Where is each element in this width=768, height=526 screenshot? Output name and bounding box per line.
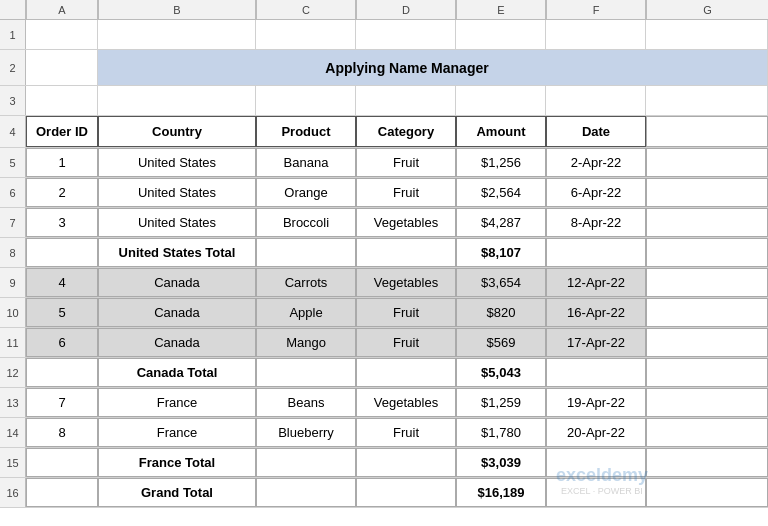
cell-1b[interactable] bbox=[26, 20, 98, 49]
cell-12-category[interactable] bbox=[356, 358, 456, 387]
cell-12-amount[interactable]: $5,043 bbox=[456, 358, 546, 387]
cell-6-country[interactable]: United States bbox=[98, 178, 256, 207]
cell-6-amount[interactable]: $2,564 bbox=[456, 178, 546, 207]
cell-15-extra[interactable] bbox=[646, 448, 768, 477]
cell-15-category[interactable] bbox=[356, 448, 456, 477]
cell-14-country[interactable]: France bbox=[98, 418, 256, 447]
cell-6-orderid[interactable]: 2 bbox=[26, 178, 98, 207]
cell-12-extra[interactable] bbox=[646, 358, 768, 387]
cell-11-orderid[interactable]: 6 bbox=[26, 328, 98, 357]
cell-1h[interactable] bbox=[646, 20, 768, 49]
cell-6-date[interactable]: 6-Apr-22 bbox=[546, 178, 646, 207]
cell-13-category[interactable]: Vegetables bbox=[356, 388, 456, 417]
cell-11-country[interactable]: Canada bbox=[98, 328, 256, 357]
cell-3g[interactable] bbox=[546, 86, 646, 115]
cell-7-date[interactable]: 8-Apr-22 bbox=[546, 208, 646, 237]
cell-11-date[interactable]: 17-Apr-22 bbox=[546, 328, 646, 357]
cell-12-date[interactable] bbox=[546, 358, 646, 387]
cell-3c[interactable] bbox=[98, 86, 256, 115]
cell-16-category[interactable] bbox=[356, 478, 456, 507]
cell-14-category[interactable]: Fruit bbox=[356, 418, 456, 447]
cell-13-orderid[interactable]: 7 bbox=[26, 388, 98, 417]
row-4-header: 4 Order ID Country Product Category Amou… bbox=[0, 116, 768, 148]
cell-6-category[interactable]: Fruit bbox=[356, 178, 456, 207]
cell-12-country[interactable]: Canada Total bbox=[98, 358, 256, 387]
cell-3b[interactable] bbox=[26, 86, 98, 115]
cell-5-orderid[interactable]: 1 bbox=[26, 148, 98, 177]
cell-2b[interactable] bbox=[26, 50, 98, 85]
cell-10-amount[interactable]: $820 bbox=[456, 298, 546, 327]
cell-5-amount[interactable]: $1,256 bbox=[456, 148, 546, 177]
cell-16-product[interactable] bbox=[256, 478, 356, 507]
cell-3h[interactable] bbox=[646, 86, 768, 115]
cell-11-product[interactable]: Mango bbox=[256, 328, 356, 357]
cell-5-date[interactable]: 2-Apr-22 bbox=[546, 148, 646, 177]
cell-1g[interactable] bbox=[546, 20, 646, 49]
cell-8-orderid[interactable] bbox=[26, 238, 98, 267]
cell-6-extra[interactable] bbox=[646, 178, 768, 207]
cell-14-product[interactable]: Blueberry bbox=[256, 418, 356, 447]
cell-11-extra[interactable] bbox=[646, 328, 768, 357]
cell-3f[interactable] bbox=[456, 86, 546, 115]
cell-11-category[interactable]: Fruit bbox=[356, 328, 456, 357]
cell-1c[interactable] bbox=[98, 20, 256, 49]
cell-16-amount[interactable]: $16,189 bbox=[456, 478, 546, 507]
cell-8-extra[interactable] bbox=[646, 238, 768, 267]
cell-8-country[interactable]: United States Total bbox=[98, 238, 256, 267]
cell-3d[interactable] bbox=[256, 86, 356, 115]
cell-7-category[interactable]: Vegetables bbox=[356, 208, 456, 237]
cell-7-product[interactable]: Broccoli bbox=[256, 208, 356, 237]
cell-7-extra[interactable] bbox=[646, 208, 768, 237]
cell-10-country[interactable]: Canada bbox=[98, 298, 256, 327]
cell-14-extra[interactable] bbox=[646, 418, 768, 447]
cell-14-orderid[interactable]: 8 bbox=[26, 418, 98, 447]
cell-3e[interactable] bbox=[356, 86, 456, 115]
cell-11-amount[interactable]: $569 bbox=[456, 328, 546, 357]
cell-15-orderid[interactable] bbox=[26, 448, 98, 477]
cell-9-amount[interactable]: $3,654 bbox=[456, 268, 546, 297]
cell-10-product[interactable]: Apple bbox=[256, 298, 356, 327]
cell-8-date[interactable] bbox=[546, 238, 646, 267]
cell-9-orderid[interactable]: 4 bbox=[26, 268, 98, 297]
cell-13-amount[interactable]: $1,259 bbox=[456, 388, 546, 417]
cell-15-amount[interactable]: $3,039 bbox=[456, 448, 546, 477]
cell-8-category[interactable] bbox=[356, 238, 456, 267]
cell-9-category[interactable]: Vegetables bbox=[356, 268, 456, 297]
cell-1f[interactable] bbox=[456, 20, 546, 49]
cell-14-date[interactable]: 20-Apr-22 bbox=[546, 418, 646, 447]
cell-5-product[interactable]: Banana bbox=[256, 148, 356, 177]
cell-1d[interactable] bbox=[256, 20, 356, 49]
cell-15-product[interactable] bbox=[256, 448, 356, 477]
cell-10-orderid[interactable]: 5 bbox=[26, 298, 98, 327]
cell-13-extra[interactable] bbox=[646, 388, 768, 417]
cell-16-extra[interactable] bbox=[646, 478, 768, 507]
cell-12-product[interactable] bbox=[256, 358, 356, 387]
cell-13-country[interactable]: France bbox=[98, 388, 256, 417]
cell-5-country[interactable]: United States bbox=[98, 148, 256, 177]
cell-9-product[interactable]: Carrots bbox=[256, 268, 356, 297]
cell-13-date[interactable]: 19-Apr-22 bbox=[546, 388, 646, 417]
cell-2h[interactable] bbox=[716, 50, 768, 85]
cell-7-orderid[interactable]: 3 bbox=[26, 208, 98, 237]
cell-10-date[interactable]: 16-Apr-22 bbox=[546, 298, 646, 327]
cell-5-category[interactable]: Fruit bbox=[356, 148, 456, 177]
cell-16-orderid[interactable] bbox=[26, 478, 98, 507]
cell-13-product[interactable]: Beans bbox=[256, 388, 356, 417]
cell-4h[interactable] bbox=[646, 116, 768, 147]
cell-1e[interactable] bbox=[356, 20, 456, 49]
cell-5-extra[interactable] bbox=[646, 148, 768, 177]
cell-12-orderid[interactable] bbox=[26, 358, 98, 387]
cell-8-amount[interactable]: $8,107 bbox=[456, 238, 546, 267]
cell-7-amount[interactable]: $4,287 bbox=[456, 208, 546, 237]
cell-9-country[interactable]: Canada bbox=[98, 268, 256, 297]
cell-6-product[interactable]: Orange bbox=[256, 178, 356, 207]
cell-16-country[interactable]: Grand Total bbox=[98, 478, 256, 507]
cell-10-category[interactable]: Fruit bbox=[356, 298, 456, 327]
cell-14-amount[interactable]: $1,780 bbox=[456, 418, 546, 447]
cell-10-extra[interactable] bbox=[646, 298, 768, 327]
cell-8-product[interactable] bbox=[256, 238, 356, 267]
cell-7-country[interactable]: United States bbox=[98, 208, 256, 237]
cell-9-date[interactable]: 12-Apr-22 bbox=[546, 268, 646, 297]
cell-15-country[interactable]: France Total bbox=[98, 448, 256, 477]
cell-9-extra[interactable] bbox=[646, 268, 768, 297]
